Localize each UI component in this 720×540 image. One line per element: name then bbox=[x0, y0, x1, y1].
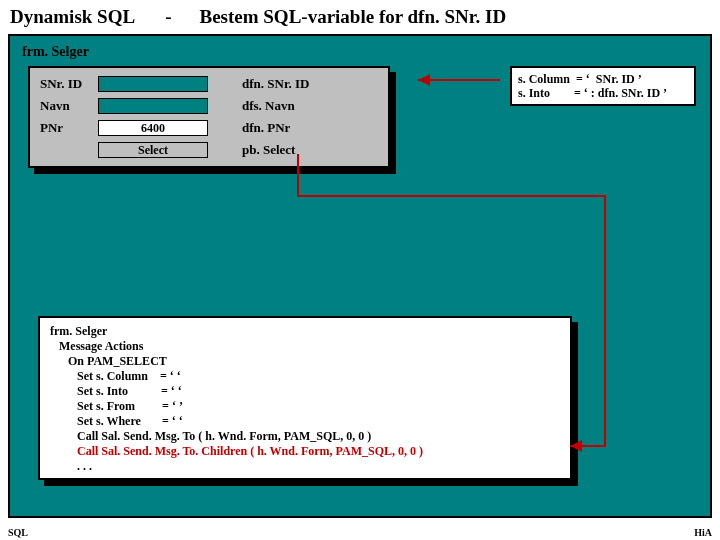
form-panel: SNr. ID dfn. SNr. ID Navn dfs. Navn PNr … bbox=[28, 66, 390, 168]
field-name: pb. Select bbox=[242, 142, 295, 158]
code-line: Set s. Into = ‘ ‘ bbox=[50, 384, 560, 399]
code-line: Set s. Column = ‘ ‘ bbox=[50, 369, 560, 384]
row-label: Navn bbox=[40, 98, 98, 114]
pnr-input[interactable]: 6400 bbox=[98, 120, 208, 136]
form-caption: frm. Selger bbox=[22, 44, 89, 60]
code-line: frm. Selger bbox=[50, 324, 560, 339]
row-label: SNr. ID bbox=[40, 76, 98, 92]
field-name: dfs. Navn bbox=[242, 98, 295, 114]
info-line-2: s. Into = ‘ : dfn. SNr. ID ’ bbox=[518, 86, 688, 100]
form-row-pnr: PNr 6400 dfn. PNr bbox=[40, 118, 378, 138]
form-row-select: Select pb. Select bbox=[40, 140, 378, 160]
info-panel: s. Column = ‘ SNr. ID ’ s. Into = ‘ : df… bbox=[510, 66, 696, 106]
code-line: Set s. Where = ‘ ‘ bbox=[50, 414, 560, 429]
code-line: On PAM_SELECT bbox=[50, 354, 560, 369]
select-button[interactable]: Select bbox=[98, 142, 208, 158]
row-label: PNr bbox=[40, 120, 98, 136]
field-name: dfn. PNr bbox=[242, 120, 290, 136]
code-panel: frm. Selger Message Actions On PAM_SELEC… bbox=[38, 316, 572, 480]
form-row-navn: Navn dfs. Navn bbox=[40, 96, 378, 116]
form-row-snrid: SNr. ID dfn. SNr. ID bbox=[40, 74, 378, 94]
title-bar: Dynamisk SQL - Bestem SQL-variable for d… bbox=[0, 0, 720, 32]
code-line: Message Actions bbox=[50, 339, 560, 354]
code-line: Call Sal. Send. Msg. To ( h. Wnd. Form, … bbox=[50, 429, 560, 444]
code-line: . . . bbox=[50, 459, 560, 474]
title-right: Bestem SQL-variable for dfn. SNr. ID bbox=[199, 6, 506, 28]
code-line-highlight: Call Sal. Send. Msg. To. Children ( h. W… bbox=[50, 444, 560, 459]
title-dash: - bbox=[165, 6, 171, 28]
field-name: dfn. SNr. ID bbox=[242, 76, 309, 92]
info-line-1: s. Column = ‘ SNr. ID ’ bbox=[518, 72, 688, 86]
footer-left: SQL bbox=[8, 527, 28, 538]
main-canvas: frm. Selger SNr. ID dfn. SNr. ID Navn df… bbox=[8, 34, 712, 518]
title-left: Dynamisk SQL bbox=[10, 6, 135, 28]
footer-right: HiA bbox=[694, 527, 712, 538]
snrid-input[interactable] bbox=[98, 76, 208, 92]
code-line: Set s. From = ‘ ’ bbox=[50, 399, 560, 414]
navn-input[interactable] bbox=[98, 98, 208, 114]
